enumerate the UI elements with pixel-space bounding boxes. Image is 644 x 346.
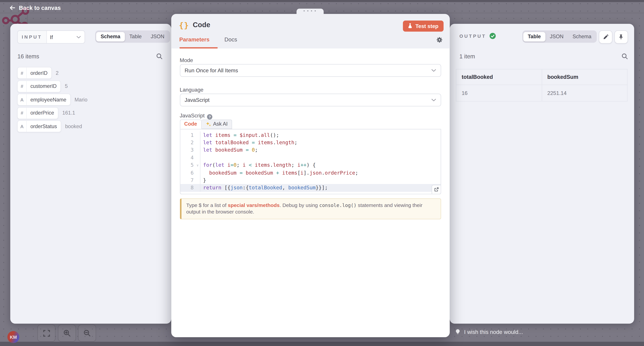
output-tab-schema[interactable]: Schema — [568, 32, 596, 41]
mode-label: Mode — [180, 57, 193, 63]
output-cell: 2251.14 — [542, 85, 627, 101]
modal-drag-handle[interactable] — [296, 8, 324, 14]
input-view-tabs: Schema Table JSON — [95, 30, 170, 42]
code-line[interactable]: 5∨for(let i=0; i < items.length; i++) { — [180, 162, 440, 169]
output-table: totalBookedbookedSum 162251.14 — [456, 69, 628, 101]
fold-chevron-icon: ∨ — [196, 162, 198, 170]
code-line[interactable]: 2let totalBooked = items.length; — [180, 139, 440, 146]
edit-output-button[interactable] — [598, 30, 612, 44]
code-editor-tabs: Code Ask AI — [180, 120, 441, 129]
input-tab-json[interactable]: JSON — [146, 32, 169, 41]
output-tab-table[interactable]: Table — [523, 32, 546, 41]
special-vars-link[interactable]: special vars/methods — [228, 202, 280, 208]
editor-tab-code[interactable]: Code — [180, 119, 202, 129]
schema-field-list: #orderID2#customerID5AemployeeNameMario#… — [17, 68, 165, 134]
chevron-down-icon — [431, 69, 436, 72]
expand-icon — [434, 187, 438, 192]
test-step-button[interactable]: Test step — [403, 20, 443, 31]
field-name: orderStatus — [27, 121, 60, 132]
line-number: 8 — [180, 184, 200, 192]
tab-parameters[interactable]: Parameters — [179, 36, 210, 42]
node-feedback-label: I wish this node would... — [464, 329, 523, 335]
code-line[interactable]: 3let bookedSum = 0; — [180, 146, 440, 154]
output-tab-json[interactable]: JSON — [546, 32, 568, 41]
code-line[interactable]: 7} — [180, 176, 440, 184]
search-icon[interactable] — [156, 53, 162, 60]
mode-value: Run Once for All Items — [185, 67, 238, 73]
line-number: 1 — [180, 131, 200, 139]
pin-data-button[interactable] — [614, 30, 628, 44]
language-select[interactable]: JavaScript — [180, 94, 441, 106]
line-number: 2 — [180, 139, 200, 146]
code-editor[interactable]: 1let items = $input.all();2let totalBook… — [180, 129, 441, 194]
line-number: 3 — [180, 146, 200, 154]
language-value: JavaScript — [185, 97, 210, 103]
pin-icon — [618, 34, 623, 40]
notice-text: Type $ for a list of special vars/method… — [186, 202, 422, 215]
line-number: 5∨ — [180, 162, 200, 169]
code-line[interactable]: 8return [{json:{totalBooked, bookedSum}}… — [180, 184, 440, 192]
code-line[interactable]: 1let items = $input.all(); — [180, 131, 440, 139]
chevron-down-icon — [76, 31, 81, 43]
editor-label: JavaScript? — [180, 112, 212, 120]
test-step-label: Test step — [416, 23, 438, 29]
node-title: Code — [193, 21, 210, 29]
input-panel: INPUT If Schema Table JSON 16 items #ord… — [10, 24, 171, 324]
editor-tab-ask-ai[interactable]: Ask AI — [202, 119, 232, 129]
field-name: orderID — [27, 68, 51, 78]
field-value: 161.1 — [62, 110, 75, 116]
language-label: Language — [180, 86, 204, 93]
input-items-count: 16 items — [18, 53, 39, 60]
code-line[interactable]: 6 bookedSum = bookedSum + items[i].json.… — [180, 169, 440, 176]
canvas-bottom-bar — [0, 342, 644, 346]
chevron-down-icon — [431, 98, 436, 101]
output-view-tabs: Table JSON Schema — [522, 30, 597, 42]
output-column-header[interactable]: totalBooked — [456, 69, 542, 85]
fit-view-button[interactable] — [38, 324, 56, 342]
input-tab-schema[interactable]: Schema — [96, 32, 125, 41]
expand-editor-button[interactable] — [432, 185, 440, 194]
active-tab-underline — [179, 47, 218, 48]
output-table-row[interactable]: 162251.14 — [456, 85, 628, 101]
output-panel-label: OUTPUT — [459, 34, 486, 38]
node-feedback-prompt[interactable]: I wish this node would... — [455, 328, 523, 336]
input-source-select[interactable]: INPUT If — [17, 30, 85, 44]
sparkles-icon — [206, 122, 211, 127]
schema-field[interactable]: AorderStatusbooked — [17, 121, 165, 132]
back-to-canvas-label: Back to canvas — [19, 4, 61, 11]
avatar[interactable]: KM — [8, 331, 19, 343]
input-tab-table[interactable]: Table — [125, 32, 146, 41]
zoom-out-button[interactable] — [78, 324, 96, 342]
back-to-canvas-button[interactable]: Back to canvas — [9, 4, 61, 11]
field-type-icon: A — [18, 121, 27, 132]
line-number: 6 — [180, 169, 200, 176]
field-type-icon: # — [18, 81, 27, 92]
schema-field[interactable]: #orderID2 — [17, 68, 165, 78]
field-name: employeeName — [27, 94, 70, 105]
field-value: booked — [65, 124, 82, 129]
field-value: 5 — [65, 83, 68, 89]
code-line[interactable]: 4 — [180, 154, 440, 162]
zoom-in-button[interactable] — [58, 324, 76, 342]
input-panel-label: INPUT — [22, 34, 42, 40]
schema-field[interactable]: AemployeeNameMario — [17, 94, 165, 105]
field-type-icon: # — [18, 107, 27, 118]
code-node-icon: {} — [179, 20, 189, 29]
editor-hint-notice: Type $ for a list of special vars/method… — [180, 198, 441, 219]
schema-field[interactable]: #orderPrice161.1 — [17, 107, 165, 118]
output-column-header[interactable]: bookedSum — [542, 69, 627, 85]
search-icon[interactable] — [621, 53, 628, 60]
gear-icon[interactable] — [436, 36, 442, 43]
field-value: Mario — [75, 97, 88, 102]
output-table-header-row: totalBookedbookedSum — [456, 69, 628, 85]
mode-select[interactable]: Run Once for All Items — [180, 64, 441, 77]
line-number: 7 — [180, 176, 200, 184]
fit-view-icon — [43, 330, 50, 336]
help-icon[interactable]: ? — [207, 114, 212, 120]
output-items-count: 1 item — [459, 53, 475, 60]
pencil-icon — [603, 34, 608, 40]
tab-docs[interactable]: Docs — [224, 36, 237, 42]
schema-field[interactable]: #customerID5 — [17, 81, 165, 92]
output-cell: 16 — [456, 85, 542, 101]
modal-header: {} Code Test step Parameters Docs — [171, 14, 450, 48]
